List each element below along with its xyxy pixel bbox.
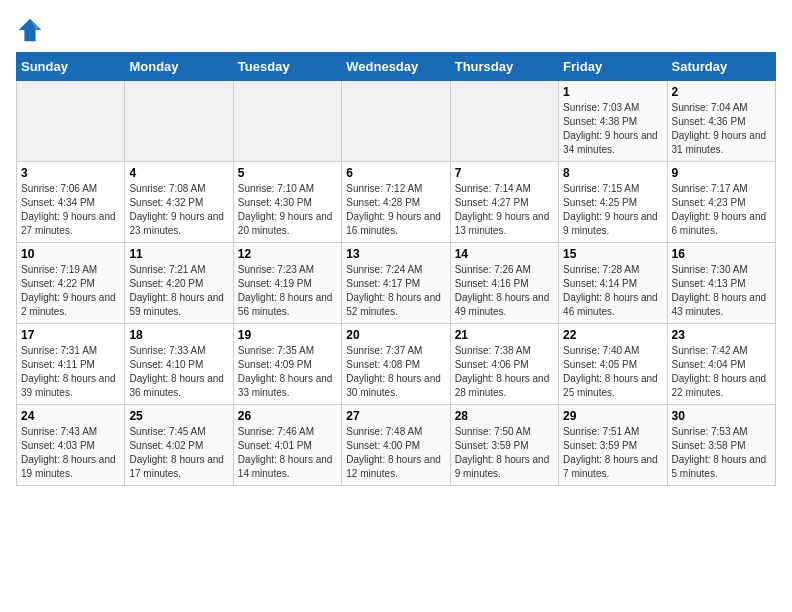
day-number: 7 [455, 166, 554, 180]
day-info: Sunrise: 7:15 AMSunset: 4:25 PMDaylight:… [563, 182, 662, 238]
calendar-cell: 30Sunrise: 7:53 AMSunset: 3:58 PMDayligh… [667, 405, 775, 486]
day-number: 23 [672, 328, 771, 342]
calendar-cell: 25Sunrise: 7:45 AMSunset: 4:02 PMDayligh… [125, 405, 233, 486]
page-header [16, 16, 776, 44]
day-number: 24 [21, 409, 120, 423]
calendar-cell: 17Sunrise: 7:31 AMSunset: 4:11 PMDayligh… [17, 324, 125, 405]
day-info: Sunrise: 7:31 AMSunset: 4:11 PMDaylight:… [21, 344, 120, 400]
day-header-saturday: Saturday [667, 53, 775, 81]
calendar-cell: 21Sunrise: 7:38 AMSunset: 4:06 PMDayligh… [450, 324, 558, 405]
day-header-wednesday: Wednesday [342, 53, 450, 81]
calendar-cell: 14Sunrise: 7:26 AMSunset: 4:16 PMDayligh… [450, 243, 558, 324]
day-info: Sunrise: 7:06 AMSunset: 4:34 PMDaylight:… [21, 182, 120, 238]
day-info: Sunrise: 7:35 AMSunset: 4:09 PMDaylight:… [238, 344, 337, 400]
day-info: Sunrise: 7:43 AMSunset: 4:03 PMDaylight:… [21, 425, 120, 481]
day-number: 15 [563, 247, 662, 261]
day-number: 13 [346, 247, 445, 261]
day-info: Sunrise: 7:26 AMSunset: 4:16 PMDaylight:… [455, 263, 554, 319]
day-number: 19 [238, 328, 337, 342]
day-number: 16 [672, 247, 771, 261]
day-number: 11 [129, 247, 228, 261]
day-number: 17 [21, 328, 120, 342]
day-number: 1 [563, 85, 662, 99]
day-number: 5 [238, 166, 337, 180]
day-number: 18 [129, 328, 228, 342]
day-number: 12 [238, 247, 337, 261]
day-info: Sunrise: 7:50 AMSunset: 3:59 PMDaylight:… [455, 425, 554, 481]
calendar-cell: 3Sunrise: 7:06 AMSunset: 4:34 PMDaylight… [17, 162, 125, 243]
day-number: 3 [21, 166, 120, 180]
day-info: Sunrise: 7:40 AMSunset: 4:05 PMDaylight:… [563, 344, 662, 400]
calendar-cell: 24Sunrise: 7:43 AMSunset: 4:03 PMDayligh… [17, 405, 125, 486]
day-number: 2 [672, 85, 771, 99]
calendar-cell: 15Sunrise: 7:28 AMSunset: 4:14 PMDayligh… [559, 243, 667, 324]
calendar-cell [233, 81, 341, 162]
day-number: 6 [346, 166, 445, 180]
day-info: Sunrise: 7:17 AMSunset: 4:23 PMDaylight:… [672, 182, 771, 238]
day-number: 29 [563, 409, 662, 423]
calendar-cell: 27Sunrise: 7:48 AMSunset: 4:00 PMDayligh… [342, 405, 450, 486]
calendar-cell: 11Sunrise: 7:21 AMSunset: 4:20 PMDayligh… [125, 243, 233, 324]
calendar-cell: 29Sunrise: 7:51 AMSunset: 3:59 PMDayligh… [559, 405, 667, 486]
day-info: Sunrise: 7:03 AMSunset: 4:38 PMDaylight:… [563, 101, 662, 157]
day-info: Sunrise: 7:24 AMSunset: 4:17 PMDaylight:… [346, 263, 445, 319]
calendar-cell: 19Sunrise: 7:35 AMSunset: 4:09 PMDayligh… [233, 324, 341, 405]
calendar-cell [17, 81, 125, 162]
calendar-cell: 8Sunrise: 7:15 AMSunset: 4:25 PMDaylight… [559, 162, 667, 243]
day-number: 28 [455, 409, 554, 423]
day-info: Sunrise: 7:28 AMSunset: 4:14 PMDaylight:… [563, 263, 662, 319]
day-info: Sunrise: 7:46 AMSunset: 4:01 PMDaylight:… [238, 425, 337, 481]
calendar-cell: 2Sunrise: 7:04 AMSunset: 4:36 PMDaylight… [667, 81, 775, 162]
calendar-cell: 1Sunrise: 7:03 AMSunset: 4:38 PMDaylight… [559, 81, 667, 162]
logo-icon [16, 16, 44, 44]
calendar-cell: 4Sunrise: 7:08 AMSunset: 4:32 PMDaylight… [125, 162, 233, 243]
calendar-cell [450, 81, 558, 162]
calendar-week-3: 10Sunrise: 7:19 AMSunset: 4:22 PMDayligh… [17, 243, 776, 324]
day-number: 8 [563, 166, 662, 180]
day-info: Sunrise: 7:08 AMSunset: 4:32 PMDaylight:… [129, 182, 228, 238]
calendar-week-4: 17Sunrise: 7:31 AMSunset: 4:11 PMDayligh… [17, 324, 776, 405]
day-header-tuesday: Tuesday [233, 53, 341, 81]
day-info: Sunrise: 7:30 AMSunset: 4:13 PMDaylight:… [672, 263, 771, 319]
day-info: Sunrise: 7:33 AMSunset: 4:10 PMDaylight:… [129, 344, 228, 400]
day-info: Sunrise: 7:38 AMSunset: 4:06 PMDaylight:… [455, 344, 554, 400]
day-info: Sunrise: 7:37 AMSunset: 4:08 PMDaylight:… [346, 344, 445, 400]
calendar-cell: 10Sunrise: 7:19 AMSunset: 4:22 PMDayligh… [17, 243, 125, 324]
day-info: Sunrise: 7:51 AMSunset: 3:59 PMDaylight:… [563, 425, 662, 481]
calendar-cell: 28Sunrise: 7:50 AMSunset: 3:59 PMDayligh… [450, 405, 558, 486]
day-number: 22 [563, 328, 662, 342]
calendar-cell: 26Sunrise: 7:46 AMSunset: 4:01 PMDayligh… [233, 405, 341, 486]
calendar-week-5: 24Sunrise: 7:43 AMSunset: 4:03 PMDayligh… [17, 405, 776, 486]
day-number: 27 [346, 409, 445, 423]
day-header-friday: Friday [559, 53, 667, 81]
day-number: 4 [129, 166, 228, 180]
calendar-cell: 16Sunrise: 7:30 AMSunset: 4:13 PMDayligh… [667, 243, 775, 324]
calendar-header: SundayMondayTuesdayWednesdayThursdayFrid… [17, 53, 776, 81]
day-info: Sunrise: 7:42 AMSunset: 4:04 PMDaylight:… [672, 344, 771, 400]
calendar-cell: 13Sunrise: 7:24 AMSunset: 4:17 PMDayligh… [342, 243, 450, 324]
calendar-cell: 18Sunrise: 7:33 AMSunset: 4:10 PMDayligh… [125, 324, 233, 405]
day-info: Sunrise: 7:23 AMSunset: 4:19 PMDaylight:… [238, 263, 337, 319]
day-info: Sunrise: 7:48 AMSunset: 4:00 PMDaylight:… [346, 425, 445, 481]
day-number: 21 [455, 328, 554, 342]
calendar-cell: 5Sunrise: 7:10 AMSunset: 4:30 PMDaylight… [233, 162, 341, 243]
calendar-cell: 12Sunrise: 7:23 AMSunset: 4:19 PMDayligh… [233, 243, 341, 324]
day-number: 30 [672, 409, 771, 423]
day-number: 25 [129, 409, 228, 423]
day-number: 20 [346, 328, 445, 342]
logo [16, 16, 48, 44]
calendar-cell [125, 81, 233, 162]
day-info: Sunrise: 7:53 AMSunset: 3:58 PMDaylight:… [672, 425, 771, 481]
day-info: Sunrise: 7:14 AMSunset: 4:27 PMDaylight:… [455, 182, 554, 238]
calendar-week-1: 1Sunrise: 7:03 AMSunset: 4:38 PMDaylight… [17, 81, 776, 162]
calendar-cell: 23Sunrise: 7:42 AMSunset: 4:04 PMDayligh… [667, 324, 775, 405]
day-number: 9 [672, 166, 771, 180]
day-info: Sunrise: 7:19 AMSunset: 4:22 PMDaylight:… [21, 263, 120, 319]
day-info: Sunrise: 7:12 AMSunset: 4:28 PMDaylight:… [346, 182, 445, 238]
calendar-cell: 6Sunrise: 7:12 AMSunset: 4:28 PMDaylight… [342, 162, 450, 243]
calendar-cell: 20Sunrise: 7:37 AMSunset: 4:08 PMDayligh… [342, 324, 450, 405]
calendar-cell [342, 81, 450, 162]
calendar-cell: 9Sunrise: 7:17 AMSunset: 4:23 PMDaylight… [667, 162, 775, 243]
day-header-monday: Monday [125, 53, 233, 81]
day-header-sunday: Sunday [17, 53, 125, 81]
